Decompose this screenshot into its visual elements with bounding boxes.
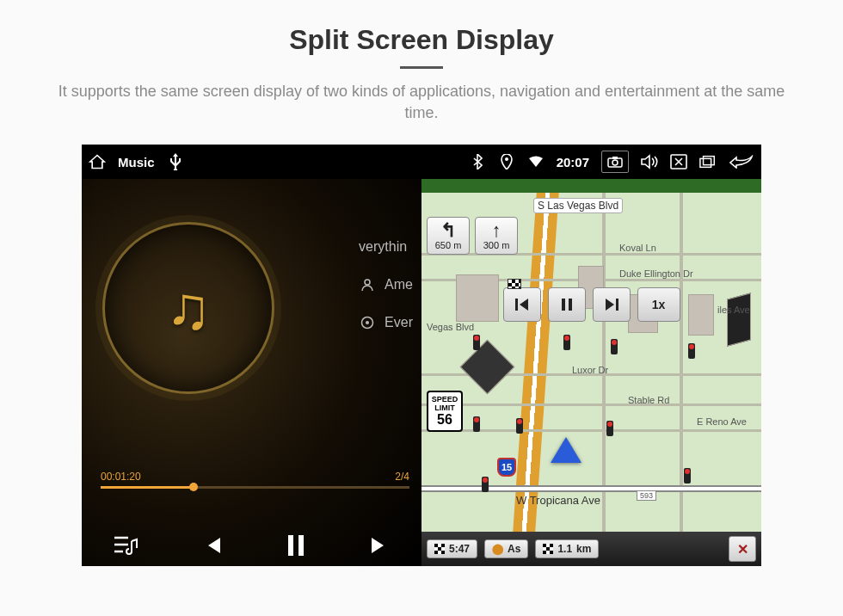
svg-rect-12 xyxy=(515,299,518,311)
distance-2-value: 1.1 xyxy=(557,543,572,555)
turn-guidance: ↰ 650 m ↑ 300 m xyxy=(427,217,518,255)
map-speed-button[interactable]: 1x xyxy=(637,287,680,322)
traffic-light-icon xyxy=(688,343,695,359)
location-icon xyxy=(498,153,515,170)
map-media-controls: 1x xyxy=(503,287,680,322)
svg-rect-6 xyxy=(704,157,715,165)
arrow-left-icon: ↰ xyxy=(440,221,456,240)
turn-secondary: ↑ 300 m xyxy=(475,217,518,255)
road-horizontal xyxy=(422,403,761,406)
svg-rect-18 xyxy=(441,544,445,547)
traffic-light-icon xyxy=(611,339,618,354)
svg-rect-15 xyxy=(616,299,618,311)
device-frame: Music 20:07 xyxy=(82,145,761,566)
svg-rect-5 xyxy=(700,159,711,168)
next-track-button[interactable] xyxy=(368,534,391,557)
map-next-button[interactable] xyxy=(593,287,631,322)
address-number: 593 xyxy=(637,490,656,501)
turn-primary-dist: 650 xyxy=(435,240,451,250)
turn-secondary-dist: 300 xyxy=(483,240,499,250)
svg-rect-14 xyxy=(569,299,572,311)
traffic-light-icon xyxy=(563,335,570,350)
screenshot-button[interactable] xyxy=(601,151,629,173)
svg-rect-26 xyxy=(543,551,546,554)
track-list: verythin Ame Ever xyxy=(359,239,413,330)
road-label: Duke Ellington Dr xyxy=(619,268,693,279)
volume-icon[interactable] xyxy=(641,153,658,170)
status-bar: Music 20:07 xyxy=(82,145,761,179)
close-app-icon[interactable] xyxy=(670,153,687,170)
destination-flag-icon xyxy=(508,279,521,289)
building xyxy=(456,274,499,322)
svg-rect-21 xyxy=(441,551,445,554)
turn-primary: ↰ 650 m xyxy=(427,217,470,255)
road-tropicana xyxy=(422,485,761,492)
turn-secondary-unit: m xyxy=(501,240,509,250)
traffic-light-icon xyxy=(684,468,691,484)
map-canvas[interactable]: S Las Vegas Blvd Koval Ln Duke Ellington… xyxy=(422,193,761,532)
svg-rect-10 xyxy=(288,535,293,556)
usb-icon xyxy=(167,153,184,170)
music-pane: ♫ verythin Ame Ever 00:01:20 2/4 xyxy=(82,179,422,566)
nav-top-stripe xyxy=(422,179,761,193)
speed-limit-value: 56 xyxy=(428,412,461,428)
flag-icon xyxy=(543,544,553,554)
svg-rect-24 xyxy=(550,544,553,547)
traffic-light-icon xyxy=(473,335,480,350)
prev-track-button[interactable] xyxy=(201,534,224,557)
speed-limit-sign: SPEED LIMIT 56 xyxy=(427,391,463,432)
flag-icon xyxy=(434,544,445,554)
building xyxy=(688,294,714,336)
back-icon[interactable] xyxy=(729,153,754,170)
track-row-album[interactable]: Ever xyxy=(359,315,413,330)
track-row-artist[interactable]: Ame xyxy=(359,277,413,293)
svg-rect-11 xyxy=(298,535,304,556)
active-app-label: Music xyxy=(118,155,155,169)
speed-limit-label: SPEED LIMIT xyxy=(428,395,461,412)
nav-close-button[interactable]: ✕ xyxy=(729,536,756,562)
map-pause-button[interactable] xyxy=(548,287,586,322)
progress-area: 00:01:20 2/4 xyxy=(101,471,409,489)
page-title: Split Screen Display xyxy=(0,24,843,56)
elapsed-time: 00:01:20 xyxy=(101,471,141,483)
road-label: Vegas Blvd xyxy=(427,322,474,332)
album-art: ♫ xyxy=(102,222,274,394)
building-pyramid xyxy=(460,340,515,395)
disc-icon xyxy=(359,316,376,330)
home-icon[interactable] xyxy=(89,153,106,170)
navigation-pane: S Las Vegas Blvd Koval Ln Duke Ellington… xyxy=(422,179,761,566)
distance-chip-2[interactable]: 1.1 km xyxy=(535,539,599,558)
svg-point-7 xyxy=(365,280,370,285)
svg-rect-3 xyxy=(612,157,618,159)
recent-apps-icon[interactable] xyxy=(699,153,717,170)
music-controls xyxy=(82,533,422,557)
distance-chip-1[interactable]: ⬤ As xyxy=(484,539,528,558)
distance-1-value: As xyxy=(508,543,520,555)
traffic-light-icon xyxy=(516,418,523,434)
track-row-current[interactable]: verythin xyxy=(359,239,413,255)
music-note-icon: ♫ xyxy=(166,274,212,342)
playlist-button[interactable] xyxy=(113,534,138,557)
progress-bar[interactable] xyxy=(101,486,409,489)
interstate-shield: 15 xyxy=(497,458,516,477)
road-vertical xyxy=(680,193,683,532)
title-underline xyxy=(400,66,443,69)
building-dark xyxy=(727,293,751,348)
svg-rect-17 xyxy=(434,544,438,547)
pause-button[interactable] xyxy=(286,533,305,557)
road-label-top: S Las Vegas Blvd xyxy=(533,198,623,213)
svg-rect-25 xyxy=(546,547,550,551)
turn-primary-unit: m xyxy=(453,240,461,250)
svg-point-2 xyxy=(612,160,618,165)
eta-chip[interactable]: 5:47 xyxy=(427,539,477,558)
road-label: Luxor Dr xyxy=(572,365,608,375)
progress-thumb[interactable] xyxy=(189,483,198,491)
road-label: E Reno Ave xyxy=(697,416,747,427)
svg-point-9 xyxy=(366,321,369,324)
map-prev-button[interactable] xyxy=(503,287,541,322)
highway xyxy=(513,193,559,532)
progress-fill xyxy=(101,486,194,489)
artist-name: Ame xyxy=(385,277,413,293)
bluetooth-icon xyxy=(469,153,486,170)
distance-2-unit: km xyxy=(576,543,591,555)
